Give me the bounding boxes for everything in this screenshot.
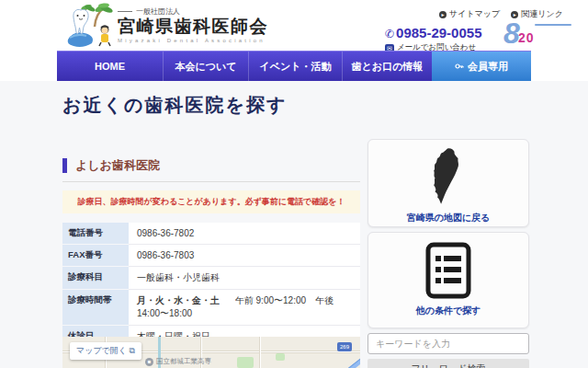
clinic-name: よしお歯科医院 [62, 158, 160, 173]
logo-8020-twenty: 20 [518, 30, 535, 45]
route-shield-badge: 269 [337, 342, 352, 351]
site-logo[interactable]: 一般社団法人 宮崎県歯科医師会 Miyazaki Dental Associat… [118, 6, 268, 43]
nav-events[interactable]: イベント・活動 [248, 52, 342, 81]
nav-home[interactable]: HOME [57, 52, 163, 81]
checklist-icon [423, 241, 474, 300]
phone-number-text: 0985-29-0055 [396, 25, 481, 40]
school-poi-label: 国立都城工業高専 [156, 357, 211, 366]
page-title: お近くの歯科医院を探す [62, 93, 287, 118]
row-label: 診療科目 [62, 267, 129, 290]
org-type: 一般社団法人 [118, 6, 268, 17]
free-word-search-button[interactable]: フリーワード検索 [368, 359, 529, 368]
table-row-fax: FAX番号 0986-36-7803 [62, 245, 360, 267]
phone-number[interactable]: ✆0985-29-0055 [385, 25, 481, 40]
other-conditions-search-card[interactable]: 他の条件で探す [368, 232, 529, 328]
org-name: 宮崎県歯科医師会 [118, 17, 268, 37]
row-value: 一般歯科・小児歯科 [129, 267, 360, 290]
phone-confirmation-notice: 診療日、診療時間が変わることがあります。必ず事前に電話で確認を！ [62, 190, 360, 213]
key-icon [455, 62, 464, 71]
logo-8020-rule [535, 24, 571, 26]
phone-icon: ✆ [385, 28, 394, 40]
sitemap-link-label: サイトマップ [449, 8, 500, 20]
related-links-label: 関連リンク [521, 8, 563, 20]
map-park-area [276, 353, 285, 361]
row-value: 月・火・水・金・土 午前 9:00〜12:00 午後 14:00〜18:00 [129, 290, 360, 326]
table-row-hours: 診療時間帯 月・火・水・金・土 午前 9:00〜12:00 午後 14:00〜1… [62, 290, 360, 326]
map-road [259, 337, 261, 368]
org-name-en: Miyazaki Dental Association [118, 38, 268, 43]
table-row-departments: 診療科目 一般歯科・小児歯科 [62, 267, 360, 290]
dash-rule [118, 11, 132, 12]
keyword-search-input[interactable] [368, 333, 529, 354]
row-label: 電話番号 [62, 223, 129, 245]
row-value: 0986-36-7803 [129, 245, 360, 267]
mascot-tooth-illustration [64, 3, 114, 49]
clinic-name-heading: よしお歯科医院 [62, 149, 360, 182]
nav-oral-info[interactable]: 歯とお口の情報 [342, 52, 432, 81]
arrow-circle-icon: ▸ [439, 11, 447, 18]
utility-links: ▸ サイトマップ ▸ 関連リンク [439, 8, 563, 20]
school-poi-icon: ■ [145, 358, 153, 366]
open-in-maps-label: マップで開く [76, 346, 127, 355]
location-map[interactable]: 269 ■ 国立都城工業高専 マップで開く ⧉ [62, 337, 360, 368]
open-days: 月・火・水・金・土 [137, 295, 220, 305]
clinic-detail-panel: よしお歯科医院 診療日、診療時間が変わることがあります。必ず事前に電話で確認を！… [62, 149, 360, 368]
map-poi-school[interactable]: ■ 国立都城工業高専 [145, 357, 211, 366]
nav-members-only-label: 会員専用 [468, 52, 508, 81]
back-to-prefecture-map-card[interactable]: 宮崎県の地図に戻る [368, 139, 529, 227]
sitemap-link[interactable]: ▸ サイトマップ [439, 8, 500, 20]
row-value: 0986-36-7802 [129, 223, 360, 245]
main-nav: HOME 本会について イベント・活動 歯とお口の情報 会員専用 [57, 51, 531, 81]
other-conditions-search-label: 他の条件で探す [368, 305, 528, 317]
nav-about[interactable]: 本会について [163, 52, 248, 81]
row-label: 診療時間帯 [62, 290, 129, 326]
nav-members-only[interactable]: 会員専用 [432, 52, 531, 81]
logo-8020: 8 20 [503, 20, 577, 50]
row-label: FAX番号 [62, 245, 129, 267]
open-in-maps-button[interactable]: マップで開く ⧉ [70, 342, 141, 360]
map-park-area [237, 357, 254, 368]
table-row-phone: 電話番号 0986-36-7802 [62, 223, 360, 245]
miyazaki-prefecture-silhouette [425, 146, 471, 207]
back-to-prefecture-map-label: 宮崎県の地図に戻る [368, 212, 528, 224]
